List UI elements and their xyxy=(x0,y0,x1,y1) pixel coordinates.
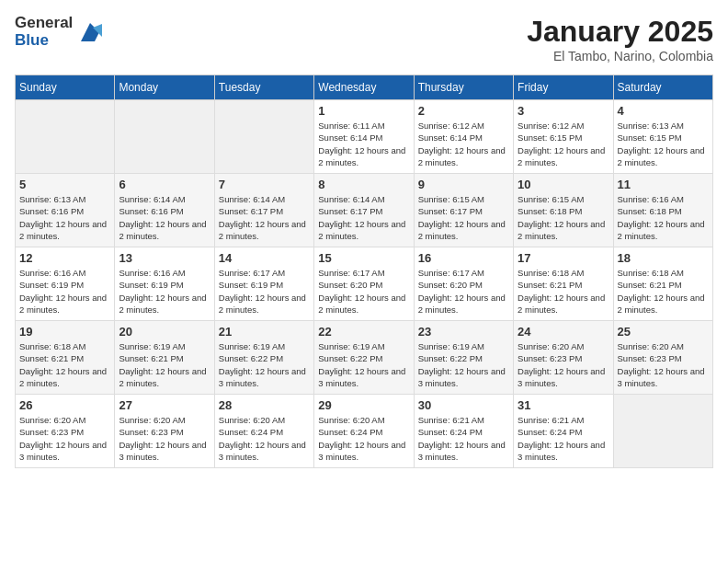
page-header: General Blue January 2025 El Tambo, Nari… xyxy=(15,15,713,63)
calendar-cell: 28Sunrise: 6:20 AMSunset: 6:24 PMDayligh… xyxy=(214,395,313,468)
day-info: Sunrise: 6:18 AMSunset: 6:21 PMDaylight:… xyxy=(19,340,110,389)
calendar-cell xyxy=(613,395,712,468)
day-number: 14 xyxy=(219,251,310,265)
day-info: Sunrise: 6:21 AMSunset: 6:24 PMDaylight:… xyxy=(518,414,609,463)
day-number: 5 xyxy=(19,178,110,191)
day-info: Sunrise: 6:15 AMSunset: 6:18 PMDaylight:… xyxy=(518,193,609,242)
calendar-table: SundayMondayTuesdayWednesdayThursdayFrid… xyxy=(15,75,713,468)
day-number: 17 xyxy=(518,251,609,265)
day-number: 26 xyxy=(19,398,110,412)
day-info: Sunrise: 6:20 AMSunset: 6:23 PMDaylight:… xyxy=(618,340,709,389)
day-number: 25 xyxy=(618,325,709,339)
calendar-cell: 18Sunrise: 6:18 AMSunset: 6:21 PMDayligh… xyxy=(613,247,712,321)
day-info: Sunrise: 6:17 AMSunset: 6:19 PMDaylight:… xyxy=(219,267,310,316)
day-info: Sunrise: 6:12 AMSunset: 6:15 PMDaylight:… xyxy=(518,120,609,168)
calendar-cell xyxy=(214,100,313,174)
calendar-cell: 15Sunrise: 6:17 AMSunset: 6:20 PMDayligh… xyxy=(314,247,414,321)
day-number: 2 xyxy=(418,104,509,118)
calendar-cell: 7Sunrise: 6:14 AMSunset: 6:17 PMDaylight… xyxy=(214,174,313,247)
logo: General Blue xyxy=(15,15,104,49)
day-number: 1 xyxy=(318,104,409,118)
calendar-cell: 24Sunrise: 6:20 AMSunset: 6:23 PMDayligh… xyxy=(514,321,613,395)
day-info: Sunrise: 6:14 AMSunset: 6:17 PMDaylight:… xyxy=(318,193,409,242)
day-of-week-header: Monday xyxy=(115,75,214,100)
logo-general-text: General xyxy=(15,15,73,32)
day-info: Sunrise: 6:20 AMSunset: 6:23 PMDaylight:… xyxy=(119,414,210,463)
calendar-cell: 4Sunrise: 6:13 AMSunset: 6:15 PMDaylight… xyxy=(613,100,712,174)
calendar-week-row: 26Sunrise: 6:20 AMSunset: 6:23 PMDayligh… xyxy=(16,395,713,468)
calendar-cell: 26Sunrise: 6:20 AMSunset: 6:23 PMDayligh… xyxy=(16,395,115,468)
calendar-week-row: 19Sunrise: 6:18 AMSunset: 6:21 PMDayligh… xyxy=(16,321,713,395)
day-info: Sunrise: 6:20 AMSunset: 6:23 PMDaylight:… xyxy=(518,340,609,389)
day-info: Sunrise: 6:21 AMSunset: 6:24 PMDaylight:… xyxy=(418,414,509,463)
location: El Tambo, Narino, Colombia xyxy=(527,49,713,63)
calendar-cell: 29Sunrise: 6:20 AMSunset: 6:24 PMDayligh… xyxy=(314,395,414,468)
calendar-cell: 8Sunrise: 6:14 AMSunset: 6:17 PMDaylight… xyxy=(314,174,414,247)
day-info: Sunrise: 6:20 AMSunset: 6:24 PMDaylight:… xyxy=(219,414,310,463)
day-info: Sunrise: 6:16 AMSunset: 6:18 PMDaylight:… xyxy=(618,193,709,242)
day-of-week-header: Sunday xyxy=(16,75,115,100)
day-info: Sunrise: 6:17 AMSunset: 6:20 PMDaylight:… xyxy=(418,267,509,316)
day-info: Sunrise: 6:19 AMSunset: 6:21 PMDaylight:… xyxy=(119,340,210,389)
day-number: 27 xyxy=(119,398,210,412)
day-info: Sunrise: 6:12 AMSunset: 6:14 PMDaylight:… xyxy=(418,120,509,168)
day-info: Sunrise: 6:16 AMSunset: 6:19 PMDaylight:… xyxy=(19,267,110,316)
day-number: 10 xyxy=(518,178,609,191)
day-number: 31 xyxy=(518,398,609,412)
day-number: 29 xyxy=(318,398,409,412)
day-number: 20 xyxy=(119,325,210,339)
calendar-cell: 9Sunrise: 6:15 AMSunset: 6:17 PMDaylight… xyxy=(414,174,513,247)
calendar-cell: 19Sunrise: 6:18 AMSunset: 6:21 PMDayligh… xyxy=(16,321,115,395)
day-info: Sunrise: 6:18 AMSunset: 6:21 PMDaylight:… xyxy=(518,267,609,316)
day-number: 3 xyxy=(518,104,609,118)
calendar-cell: 31Sunrise: 6:21 AMSunset: 6:24 PMDayligh… xyxy=(514,395,613,468)
calendar-week-row: 1Sunrise: 6:11 AMSunset: 6:14 PMDaylight… xyxy=(16,100,713,174)
day-info: Sunrise: 6:17 AMSunset: 6:20 PMDaylight:… xyxy=(318,267,409,316)
calendar-cell xyxy=(16,100,115,174)
day-info: Sunrise: 6:11 AMSunset: 6:14 PMDaylight:… xyxy=(318,120,409,168)
calendar-cell: 21Sunrise: 6:19 AMSunset: 6:22 PMDayligh… xyxy=(214,321,313,395)
day-of-week-header: Thursday xyxy=(414,75,513,100)
calendar-header-row: SundayMondayTuesdayWednesdayThursdayFrid… xyxy=(16,75,713,100)
calendar-cell: 23Sunrise: 6:19 AMSunset: 6:22 PMDayligh… xyxy=(414,321,513,395)
calendar-cell: 25Sunrise: 6:20 AMSunset: 6:23 PMDayligh… xyxy=(613,321,712,395)
day-number: 18 xyxy=(618,251,709,265)
day-number: 7 xyxy=(219,178,310,191)
calendar-cell: 13Sunrise: 6:16 AMSunset: 6:19 PMDayligh… xyxy=(115,247,214,321)
calendar-cell: 5Sunrise: 6:13 AMSunset: 6:16 PMDaylight… xyxy=(16,174,115,247)
calendar-cell: 6Sunrise: 6:14 AMSunset: 6:16 PMDaylight… xyxy=(115,174,214,247)
day-number: 6 xyxy=(119,178,210,191)
day-of-week-header: Tuesday xyxy=(214,75,313,100)
day-of-week-header: Saturday xyxy=(613,75,712,100)
calendar-cell: 11Sunrise: 6:16 AMSunset: 6:18 PMDayligh… xyxy=(613,174,712,247)
day-info: Sunrise: 6:18 AMSunset: 6:21 PMDaylight:… xyxy=(618,267,709,316)
day-info: Sunrise: 6:15 AMSunset: 6:17 PMDaylight:… xyxy=(418,193,509,242)
calendar-cell: 14Sunrise: 6:17 AMSunset: 6:19 PMDayligh… xyxy=(214,247,313,321)
calendar-cell: 10Sunrise: 6:15 AMSunset: 6:18 PMDayligh… xyxy=(514,174,613,247)
calendar-cell: 16Sunrise: 6:17 AMSunset: 6:20 PMDayligh… xyxy=(414,247,513,321)
day-number: 23 xyxy=(418,325,509,339)
calendar-cell: 1Sunrise: 6:11 AMSunset: 6:14 PMDaylight… xyxy=(314,100,414,174)
day-info: Sunrise: 6:20 AMSunset: 6:23 PMDaylight:… xyxy=(19,414,110,463)
day-number: 19 xyxy=(19,325,110,339)
day-number: 4 xyxy=(618,104,709,118)
day-info: Sunrise: 6:16 AMSunset: 6:19 PMDaylight:… xyxy=(119,267,210,316)
day-of-week-header: Wednesday xyxy=(314,75,414,100)
day-number: 12 xyxy=(19,251,110,265)
day-number: 9 xyxy=(418,178,509,191)
calendar-cell: 3Sunrise: 6:12 AMSunset: 6:15 PMDaylight… xyxy=(514,100,613,174)
day-info: Sunrise: 6:19 AMSunset: 6:22 PMDaylight:… xyxy=(318,340,409,389)
day-number: 30 xyxy=(418,398,509,412)
day-info: Sunrise: 6:13 AMSunset: 6:15 PMDaylight:… xyxy=(618,120,709,168)
day-number: 13 xyxy=(119,251,210,265)
logo-blue-text: Blue xyxy=(15,32,73,50)
calendar-week-row: 12Sunrise: 6:16 AMSunset: 6:19 PMDayligh… xyxy=(16,247,713,321)
calendar-cell: 27Sunrise: 6:20 AMSunset: 6:23 PMDayligh… xyxy=(115,395,214,468)
day-info: Sunrise: 6:19 AMSunset: 6:22 PMDaylight:… xyxy=(219,340,310,389)
calendar-cell xyxy=(115,100,214,174)
day-info: Sunrise: 6:14 AMSunset: 6:17 PMDaylight:… xyxy=(219,193,310,242)
calendar-cell: 17Sunrise: 6:18 AMSunset: 6:21 PMDayligh… xyxy=(514,247,613,321)
calendar-cell: 12Sunrise: 6:16 AMSunset: 6:19 PMDayligh… xyxy=(16,247,115,321)
calendar-cell: 2Sunrise: 6:12 AMSunset: 6:14 PMDaylight… xyxy=(414,100,513,174)
day-of-week-header: Friday xyxy=(514,75,613,100)
